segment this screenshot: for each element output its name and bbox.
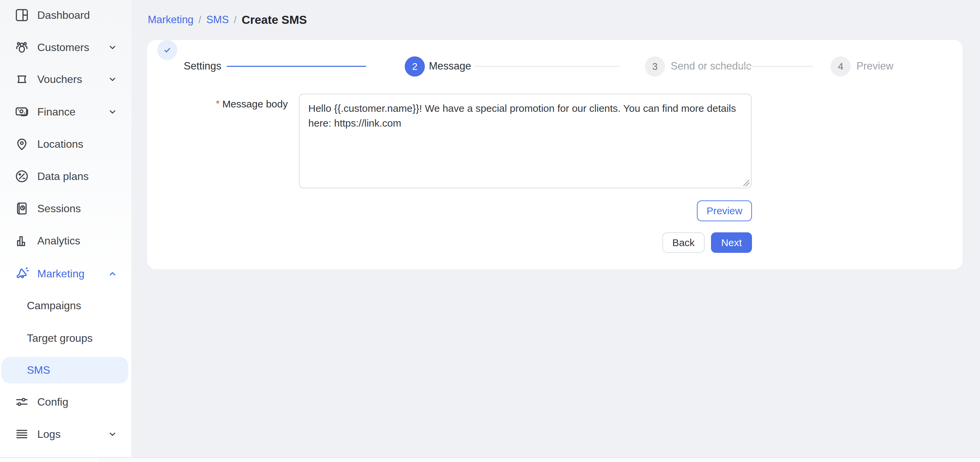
sidebar: Dashboard Customers Vouchers <box>0 0 131 462</box>
megaphone-icon <box>14 266 30 281</box>
step-4-label: Preview <box>856 56 893 76</box>
sidebar-item-label: Campaigns <box>27 300 81 312</box>
breadcrumb-link-sms[interactable]: SMS <box>206 14 229 26</box>
book-clock-icon <box>14 201 30 216</box>
breadcrumb: Marketing / SMS / Create SMS <box>148 12 307 27</box>
sidebar-item-vouchers[interactable]: Vouchers <box>0 63 131 95</box>
sidebar-item-customers[interactable]: Customers <box>0 31 131 64</box>
required-asterisk: * <box>216 98 220 109</box>
discount-icon <box>14 168 30 184</box>
banknote-icon <box>14 104 30 119</box>
message-body-input[interactable]: Hello {{.customer.name}}! We have a spec… <box>299 94 752 188</box>
chevron-down-icon <box>107 41 119 53</box>
sidebar-item-locations[interactable]: Locations <box>0 128 131 160</box>
sidebar-item-logs[interactable]: Logs <box>0 418 131 450</box>
sidebar-item-label: Config <box>37 396 68 408</box>
bar-chart-icon <box>14 233 30 248</box>
sidebar-item-label: Locations <box>37 138 83 151</box>
sidebar-item-label: SMS <box>27 364 50 376</box>
chevron-down-icon <box>107 73 119 85</box>
main-content: Marketing / SMS / Create SMS Settings 2 … <box>131 0 980 462</box>
preview-button[interactable]: Preview <box>697 200 752 221</box>
sidebar-item-target-groups[interactable]: Target groups <box>0 322 131 354</box>
chevron-down-icon <box>107 428 119 440</box>
chevron-up-icon <box>107 268 119 280</box>
step-3-circle: 3 <box>645 56 665 76</box>
sidebar-item-data-plans[interactable]: Data plans <box>0 160 131 192</box>
message-body-label-text: Message body <box>222 98 288 110</box>
breadcrumb-separator: / <box>199 14 201 25</box>
back-button[interactable]: Back <box>662 232 705 253</box>
sidebar-item-marketing[interactable]: Marketing <box>0 257 131 290</box>
sidebar-item-label: Target groups <box>27 332 93 345</box>
step-4-circle: 4 <box>830 56 851 76</box>
sidebar-item-dashboard[interactable]: Dashboard <box>0 0 131 31</box>
sidebar-item-label: Data plans <box>37 170 89 183</box>
dashboard-icon <box>14 7 30 23</box>
sidebar-item-label: Marketing <box>37 268 84 280</box>
breadcrumb-separator: / <box>234 14 236 25</box>
sidebar-item-analytics[interactable]: Analytics <box>0 225 131 257</box>
step-connector-done <box>227 66 366 67</box>
step-connector <box>474 66 620 67</box>
sidebar-item-sms[interactable]: SMS <box>2 357 128 383</box>
sidebar-item-label: Sessions <box>37 202 81 215</box>
textarea-resize-handle[interactable] <box>742 179 750 187</box>
check-icon <box>162 44 173 56</box>
step-2-circle: 2 <box>405 56 425 76</box>
sidebar-item-sessions[interactable]: Sessions <box>0 192 131 225</box>
create-sms-card: Settings 2 Message 3 Send or schedule 4 … <box>147 40 963 269</box>
step-1-circle <box>157 40 177 60</box>
create-sms-page: Dashboard Customers Vouchers <box>0 0 980 462</box>
sidebar-item-label: Analytics <box>37 235 80 247</box>
step-1-label: Settings <box>184 56 221 76</box>
step-2-label: Message <box>429 56 471 76</box>
sidebar-item-label: Vouchers <box>37 73 82 86</box>
sidebar-item-campaigns[interactable]: Campaigns <box>0 289 131 322</box>
scrollbar-thumb[interactable] <box>0 458 98 462</box>
sliders-icon <box>14 394 30 410</box>
next-button[interactable]: Next <box>711 232 752 253</box>
horizontal-scrollbar[interactable] <box>0 457 980 462</box>
ticket-icon <box>14 71 30 87</box>
sidebar-item-label: Logs <box>37 428 60 440</box>
map-pin-icon <box>14 136 30 152</box>
chevron-down-icon <box>107 106 119 118</box>
sidebar-item-finance[interactable]: Finance <box>0 96 131 128</box>
page-title: Create SMS <box>242 13 307 27</box>
users-icon <box>14 40 30 55</box>
sidebar-item-config[interactable]: Config <box>0 386 131 418</box>
breadcrumb-link-marketing[interactable]: Marketing <box>148 14 193 26</box>
step-connector <box>738 66 813 67</box>
sidebar-item-label: Dashboard <box>37 9 90 22</box>
sidebar-item-label: Finance <box>37 106 76 118</box>
message-body-label: *Message body <box>147 98 288 110</box>
list-icon <box>14 426 30 442</box>
sidebar-item-label: Customers <box>37 41 89 54</box>
